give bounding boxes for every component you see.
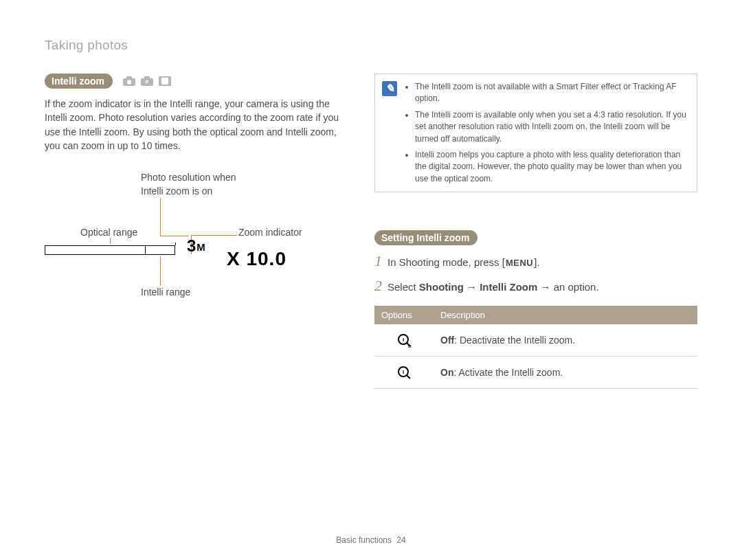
photo-resolution-label-line2: Intelli zoom is on [141,186,212,197]
svg-rect-9 [168,76,170,86]
note-item: The Intelli zoom is available only when … [415,109,688,145]
callout-line [160,236,188,236]
svg-text:I: I [403,369,404,375]
step-text: In Shooting mode, press [MENU]. [387,256,540,268]
svg-text:I: I [403,337,404,343]
option-description: Off: Deactivate the Intelli zoom. [434,324,697,357]
optical-range-label: Optical range [80,227,137,238]
mode-icons: P [122,76,172,87]
zoom-bar-intelli-segment [146,246,175,254]
svg-text:P: P [146,80,149,85]
photo-resolution-label-line1: Photo resolution when [141,172,236,183]
camera-program-icon: P [140,76,154,87]
page-footer: Basic functions 24 [0,535,742,545]
left-column: Intelli zoom P If the zoom indicator is … [45,74,350,389]
callout-line [160,198,161,236]
setting-heading-row: Setting Intelli zoom [374,230,697,245]
intelli-zoom-heading-pill: Intelli zoom [45,74,113,89]
setting-intelli-zoom-pill: Setting Intelli zoom [374,230,477,245]
options-table-row: IOFF Off: Deactivate the Intelli zoom. [374,324,697,357]
intelli-range-label: Intelli range [141,287,190,298]
zoom-bar [45,245,175,255]
intelli-zoom-paragraph: If the zoom indicator is in the Intelli … [45,97,350,153]
callout-line [110,238,111,244]
intelli-zoom-on-icon: I [396,365,412,380]
footer-section-label: Basic functions [336,535,392,545]
step-item: 1 In Shooting mode, press [MENU]. [374,254,697,269]
note-list: The Intelli zoom is not available with a… [405,81,688,185]
svg-point-2 [127,80,131,84]
menu-button-label: MENU [505,258,534,268]
options-table-row: I On: Activate the Intelli zoom. [374,357,697,389]
heading-row: Intelli zoom P [45,74,350,89]
zoom-factor-text: X 10.0 [227,248,286,270]
svg-rect-8 [160,76,161,86]
options-table-header-description: Description [434,306,697,324]
zoom-diagram: Photo resolution when Intelli zoom is on… [45,166,340,304]
scene-mode-icon [158,76,172,87]
section-header: Taking photos [45,38,701,53]
note-box: ✎ The Intelli zoom is not available with… [374,74,697,192]
svg-rect-4 [144,76,150,79]
options-table: Options Description IOFF Off: Deactivate… [374,306,697,389]
step-number: 2 [374,278,382,293]
step-number: 1 [374,254,382,269]
svg-rect-7 [160,78,170,85]
svg-text:✎: ✎ [385,82,394,94]
note-item: Intelli zoom helps you capture a photo w… [415,149,688,185]
option-description: On: Activate the Intelli zoom. [434,357,697,389]
note-info-icon: ✎ [382,81,397,96]
zoom-bar-tick [175,243,176,245]
svg-text:OFF: OFF [408,344,412,348]
page: Taking photos Intelli zoom P If the zoom… [0,0,742,560]
intelli-zoom-off-icon: IOFF [396,333,412,348]
step-item: 2 Select Shooting → Intelli Zoom → an op… [374,278,697,293]
svg-rect-1 [126,76,132,79]
callout-line [191,235,237,236]
right-column: ✎ The Intelli zoom is not available with… [374,74,697,389]
step-list: 1 In Shooting mode, press [MENU]. 2 Sele… [374,254,697,293]
footer-page-number: 24 [396,535,405,545]
zoom-resolution-text: 3M [187,236,206,256]
step-text: Select Shooting → Intelli Zoom → an opti… [387,281,599,293]
svg-line-17 [407,375,410,379]
options-table-header-options: Options [374,306,434,324]
columns: Intelli zoom P If the zoom indicator is … [45,74,701,389]
zoom-bar-optical-segment [45,246,146,254]
camera-smart-icon [122,76,136,87]
note-item: The Intelli zoom is not available with a… [415,81,688,105]
callout-line [160,256,161,285]
zoom-indicator-label: Zoom indicator [238,227,302,238]
